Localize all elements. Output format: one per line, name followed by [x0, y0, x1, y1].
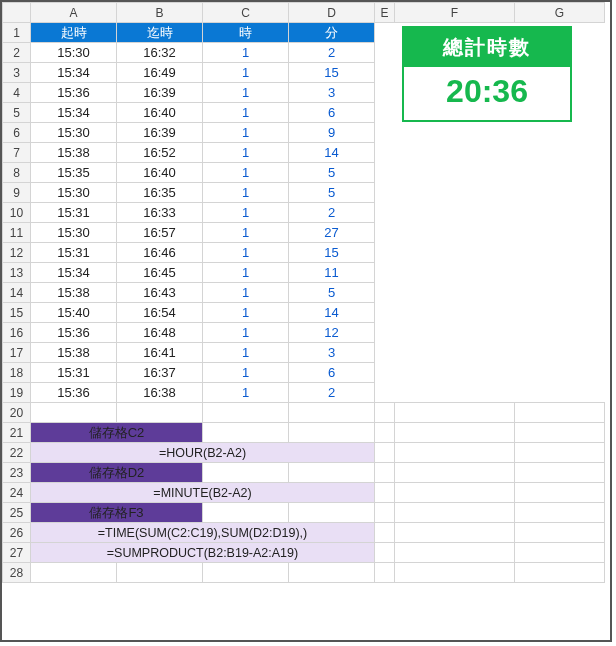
cell-label-d2[interactable]: 儲存格D2 — [31, 463, 203, 483]
header-minutes[interactable]: 分 — [289, 23, 375, 43]
row-header[interactable]: 4 — [3, 83, 31, 103]
cell[interactable]: 16:37 — [117, 363, 203, 383]
col-header-G[interactable]: G — [515, 3, 605, 23]
row-header[interactable]: 10 — [3, 203, 31, 223]
cell[interactable]: 15:30 — [31, 123, 117, 143]
col-header-A[interactable]: A — [31, 3, 117, 23]
cell[interactable]: 1 — [203, 323, 289, 343]
row-header[interactable]: 7 — [3, 143, 31, 163]
cell[interactable] — [515, 243, 605, 263]
cell[interactable] — [395, 343, 515, 363]
cell[interactable] — [395, 283, 515, 303]
cell[interactable]: 15:38 — [31, 343, 117, 363]
header-hours[interactable]: 時 — [203, 23, 289, 43]
cell[interactable] — [289, 503, 375, 523]
cell[interactable]: 15 — [289, 243, 375, 263]
cell[interactable] — [515, 263, 605, 283]
cell[interactable]: 15:31 — [31, 363, 117, 383]
cell[interactable]: 1 — [203, 183, 289, 203]
cell[interactable]: 15:36 — [31, 323, 117, 343]
cell[interactable] — [375, 203, 395, 223]
cell[interactable]: 1 — [203, 63, 289, 83]
cell[interactable] — [395, 363, 515, 383]
cell[interactable] — [515, 483, 605, 503]
cell[interactable] — [515, 443, 605, 463]
cell[interactable]: 15:38 — [31, 143, 117, 163]
cell-label-f3[interactable]: 儲存格F3 — [31, 503, 203, 523]
cell[interactable] — [375, 123, 395, 143]
cell[interactable]: 1 — [203, 343, 289, 363]
cell[interactable] — [395, 143, 515, 163]
row-header[interactable]: 11 — [3, 223, 31, 243]
row-header[interactable]: 25 — [3, 503, 31, 523]
row-header[interactable]: 9 — [3, 183, 31, 203]
row-header[interactable]: 22 — [3, 443, 31, 463]
row-header[interactable]: 6 — [3, 123, 31, 143]
cell[interactable]: 16:41 — [117, 343, 203, 363]
cell[interactable] — [515, 123, 605, 143]
cell[interactable] — [375, 423, 395, 443]
cell[interactable] — [375, 283, 395, 303]
row-header[interactable]: 27 — [3, 543, 31, 563]
cell[interactable] — [375, 223, 395, 243]
cell[interactable]: 16:40 — [117, 103, 203, 123]
cell[interactable] — [203, 403, 289, 423]
cell[interactable] — [289, 563, 375, 583]
cell[interactable] — [515, 203, 605, 223]
cell[interactable]: 11 — [289, 263, 375, 283]
col-header-F[interactable]: F — [395, 3, 515, 23]
cell[interactable]: 16:52 — [117, 143, 203, 163]
cell[interactable]: 15:34 — [31, 103, 117, 123]
cell[interactable] — [515, 283, 605, 303]
cell[interactable]: 16:38 — [117, 383, 203, 403]
cell[interactable] — [289, 403, 375, 423]
cell[interactable] — [375, 183, 395, 203]
cell[interactable]: 3 — [289, 343, 375, 363]
cell[interactable]: 15:30 — [31, 183, 117, 203]
cell[interactable]: 16:39 — [117, 123, 203, 143]
row-header[interactable]: 28 — [3, 563, 31, 583]
cell[interactable] — [395, 383, 515, 403]
row-header[interactable]: 3 — [3, 63, 31, 83]
cell[interactable]: 16:39 — [117, 83, 203, 103]
cell[interactable] — [375, 23, 395, 43]
cell[interactable] — [375, 83, 395, 103]
row-header[interactable]: 12 — [3, 243, 31, 263]
cell[interactable]: 15:35 — [31, 163, 117, 183]
cell[interactable] — [375, 483, 395, 503]
cell[interactable]: 1 — [203, 243, 289, 263]
cell[interactable] — [515, 363, 605, 383]
cell[interactable]: 5 — [289, 283, 375, 303]
cell[interactable]: 16:57 — [117, 223, 203, 243]
cell[interactable] — [515, 563, 605, 583]
cell[interactable]: 16:35 — [117, 183, 203, 203]
cell[interactable] — [515, 543, 605, 563]
cell[interactable] — [375, 543, 395, 563]
col-header-E[interactable]: E — [375, 3, 395, 23]
cell[interactable] — [515, 503, 605, 523]
cell[interactable] — [395, 543, 515, 563]
cell[interactable] — [395, 523, 515, 543]
cell[interactable] — [395, 423, 515, 443]
cell[interactable] — [395, 263, 515, 283]
col-header-C[interactable]: C — [203, 3, 289, 23]
cell[interactable] — [395, 323, 515, 343]
cell[interactable]: 1 — [203, 383, 289, 403]
row-header[interactable]: 8 — [3, 163, 31, 183]
cell[interactable] — [375, 303, 395, 323]
cell[interactable]: 9 — [289, 123, 375, 143]
cell[interactable] — [375, 523, 395, 543]
cell[interactable] — [395, 463, 515, 483]
cell[interactable] — [515, 383, 605, 403]
cell[interactable] — [375, 103, 395, 123]
cell[interactable] — [375, 343, 395, 363]
cell[interactable] — [203, 463, 289, 483]
cell[interactable] — [395, 183, 515, 203]
cell[interactable]: 14 — [289, 303, 375, 323]
row-header[interactable]: 24 — [3, 483, 31, 503]
cell[interactable] — [395, 243, 515, 263]
cell[interactable]: 1 — [203, 103, 289, 123]
cell[interactable] — [515, 423, 605, 443]
cell[interactable]: 5 — [289, 183, 375, 203]
cell[interactable]: 1 — [203, 363, 289, 383]
